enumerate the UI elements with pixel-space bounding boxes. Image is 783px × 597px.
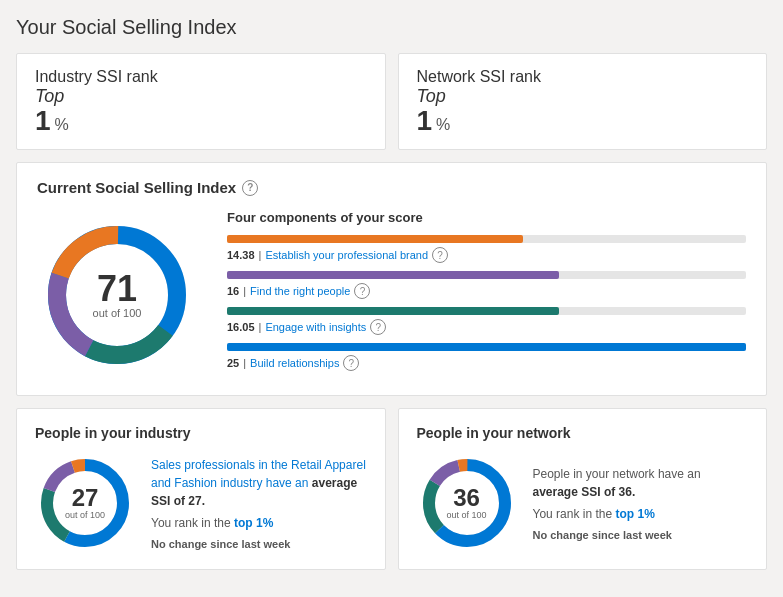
component-label-0: 14.38 | Establish your professional bran… xyxy=(227,247,746,263)
network-people-text: People in your network have an average S… xyxy=(533,465,749,541)
components-section: Four components of your score 14.38 | Es… xyxy=(227,210,746,379)
network-rank-prefix: You rank in the xyxy=(533,507,613,521)
component-item-1: 16 | Find the right people ? xyxy=(227,271,746,299)
progress-bar-fill-3 xyxy=(227,343,746,351)
component-score-0: 14.38 xyxy=(227,249,255,261)
industry-rank-percent: % xyxy=(55,116,69,134)
network-score-sub: out of 100 xyxy=(446,510,486,520)
current-ssi-help-icon[interactable]: ? xyxy=(242,180,258,196)
components-title: Four components of your score xyxy=(227,210,746,225)
component-help-icon-2[interactable]: ? xyxy=(370,319,386,335)
network-rank-text: You rank in the top 1% xyxy=(533,505,749,523)
main-score-sub: out of 100 xyxy=(93,307,142,319)
progress-bar-fill-0 xyxy=(227,235,523,243)
component-label-1: 16 | Find the right people ? xyxy=(227,283,746,299)
component-link-0[interactable]: Establish your professional brand xyxy=(265,249,428,261)
industry-rank-top-label: Top xyxy=(35,86,64,107)
component-link-1[interactable]: Find the right people xyxy=(250,285,350,297)
component-label-3: 25 | Build relationships ? xyxy=(227,355,746,371)
industry-score-sub: out of 100 xyxy=(65,510,105,520)
network-people-card: People in your network 36 out of 100 Peo… xyxy=(398,408,768,570)
component-score-1: 16 xyxy=(227,285,239,297)
components-list: 14.38 | Establish your professional bran… xyxy=(227,235,746,371)
main-donut-score: 71 out of 100 xyxy=(93,271,142,319)
network-rank-top-label: Top xyxy=(417,86,446,107)
industry-rank-title: Industry SSI rank xyxy=(35,68,158,86)
current-ssi-title-text: Current Social Selling Index xyxy=(37,179,236,196)
component-score-2: 16.05 xyxy=(227,321,255,333)
component-help-icon-1[interactable]: ? xyxy=(354,283,370,299)
component-item-3: 25 | Build relationships ? xyxy=(227,343,746,371)
component-help-icon-3[interactable]: ? xyxy=(343,355,359,371)
industry-people-text: Sales professionals in the Retail Appare… xyxy=(151,456,367,550)
industry-donut-score: 27 out of 100 xyxy=(65,486,105,520)
network-donut: 36 out of 100 xyxy=(417,453,517,553)
current-ssi-content: 71 out of 100 Four components of your sc… xyxy=(37,210,746,379)
industry-description: Sales professionals in the Retail Appare… xyxy=(151,456,367,510)
network-avg-label: average SSI of 36. xyxy=(533,485,636,499)
industry-rank-text: You rank in the top 1% xyxy=(151,514,367,532)
industry-people-title: People in your industry xyxy=(35,425,367,441)
industry-people-card: People in your industry 27 out of 100 Sa… xyxy=(16,408,386,570)
industry-donut: 27 out of 100 xyxy=(35,453,135,553)
industry-score-number: 27 xyxy=(65,486,105,510)
component-item-2: 16.05 | Engage with insights ? xyxy=(227,307,746,335)
progress-bar-fill-2 xyxy=(227,307,559,315)
progress-bar-bg-2 xyxy=(227,307,746,315)
network-rank-highlight: top 1% xyxy=(615,507,654,521)
component-label-2: 16.05 | Engage with insights ? xyxy=(227,319,746,335)
main-score-number: 71 xyxy=(93,271,142,307)
component-help-icon-0[interactable]: ? xyxy=(432,247,448,263)
progress-bar-bg-1 xyxy=(227,271,746,279)
network-desc-text: People in your network have an xyxy=(533,467,701,481)
component-link-2[interactable]: Engage with insights xyxy=(265,321,366,333)
network-people-title: People in your network xyxy=(417,425,749,441)
industry-rank-card: Industry SSI rank Top 1 % xyxy=(16,53,386,150)
progress-bar-bg-3 xyxy=(227,343,746,351)
network-description: People in your network have an average S… xyxy=(533,465,749,501)
network-rank-percent: % xyxy=(436,116,450,134)
industry-no-change: No change since last week xyxy=(151,538,367,550)
current-ssi-card: Current Social Selling Index ? 71 out of… xyxy=(16,162,767,396)
network-donut-score: 36 out of 100 xyxy=(446,486,486,520)
industry-rank-number: 1 xyxy=(35,107,51,135)
network-score-number: 36 xyxy=(446,486,486,510)
rank-cards-row: Industry SSI rank Top 1 % Network SSI ra… xyxy=(16,53,767,150)
network-no-change: No change since last week xyxy=(533,529,749,541)
component-item-0: 14.38 | Establish your professional bran… xyxy=(227,235,746,263)
industry-rank-prefix: You rank in the xyxy=(151,516,231,530)
progress-bar-bg-0 xyxy=(227,235,746,243)
industry-rank-highlight: top 1% xyxy=(234,516,273,530)
main-donut-chart: 71 out of 100 xyxy=(37,215,197,375)
network-rank-number: 1 xyxy=(417,107,433,135)
component-score-3: 25 xyxy=(227,357,239,369)
bottom-row: People in your industry 27 out of 100 Sa… xyxy=(16,408,767,570)
network-rank-title: Network SSI rank xyxy=(417,68,541,86)
current-ssi-title: Current Social Selling Index ? xyxy=(37,179,746,196)
progress-bar-fill-1 xyxy=(227,271,559,279)
component-link-3[interactable]: Build relationships xyxy=(250,357,339,369)
page-title: Your Social Selling Index xyxy=(16,16,767,39)
network-rank-card: Network SSI rank Top 1 % xyxy=(398,53,768,150)
